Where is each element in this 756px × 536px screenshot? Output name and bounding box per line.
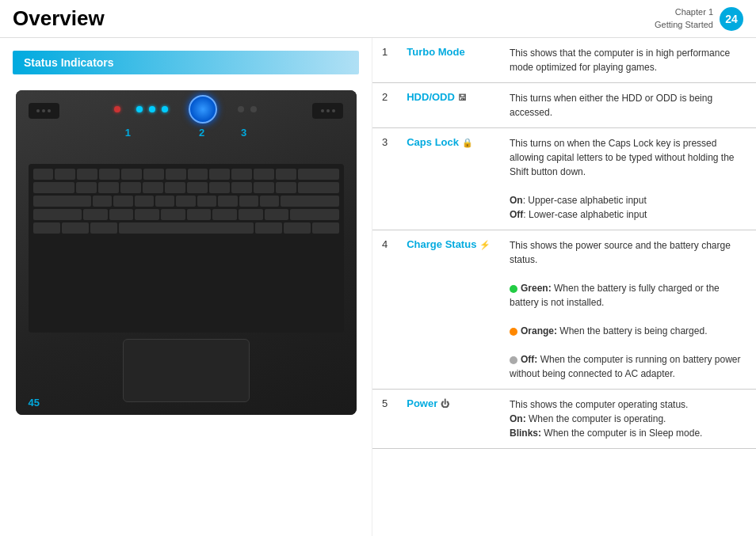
indicator-1 <box>114 106 120 112</box>
key <box>197 196 216 207</box>
speaker-dots-right <box>321 109 335 112</box>
indicator-lights <box>59 95 311 124</box>
key-row-5 <box>33 222 339 234</box>
indicator-2 <box>136 106 143 112</box>
row-desc: This shows that the computer is in high … <box>500 38 756 83</box>
key <box>62 222 89 234</box>
key <box>176 196 195 207</box>
annotations-overlay: 1 2 3 <box>29 127 344 140</box>
table-row: 2 HDD/ODD 🖫 This turns when either the H… <box>372 83 756 128</box>
page-header: Overview Chapter 1 Getting Started 24 <box>0 0 756 38</box>
key <box>143 182 163 193</box>
key <box>90 222 117 234</box>
key <box>276 182 296 193</box>
key <box>276 169 296 180</box>
speaker-dot <box>42 109 45 112</box>
key <box>298 182 339 193</box>
key <box>281 196 338 207</box>
row-desc: This shows the computer operating status… <box>500 390 756 449</box>
charge-icon: ⚡ <box>479 240 491 249</box>
section-title: Status Indicators <box>13 51 359 74</box>
indicator-5 <box>238 106 244 112</box>
speaker-dot <box>48 109 51 112</box>
capslock-icon: 🔒 <box>462 138 473 147</box>
row-label: Turbo Mode <box>397 38 500 83</box>
anno-num-3: 3 <box>241 127 246 139</box>
key <box>231 182 252 193</box>
key <box>120 182 141 193</box>
key <box>113 196 132 207</box>
key <box>33 169 54 180</box>
touchpad <box>123 339 250 402</box>
power-icon: ⏻ <box>441 399 449 409</box>
key <box>135 196 154 207</box>
hdd-icon: 🖫 <box>458 93 467 102</box>
speaker-dots-left <box>36 109 51 112</box>
bottom-annotations: 45 <box>29 397 40 409</box>
laptop-top-bar <box>29 100 344 122</box>
speaker-dot <box>321 109 324 112</box>
key <box>312 222 339 234</box>
key-row-1 <box>33 169 339 180</box>
key-row-4 <box>33 209 339 220</box>
row-desc: This turns on when the Caps Lock key is … <box>500 128 756 230</box>
key-row-3 <box>33 196 339 207</box>
key <box>99 169 120 180</box>
key <box>265 209 289 220</box>
row-num: 5 <box>372 390 397 449</box>
key <box>187 209 212 220</box>
key <box>209 169 230 180</box>
key <box>231 169 252 180</box>
keyboard <box>29 164 344 333</box>
key <box>209 182 230 193</box>
row-num: 3 <box>372 128 397 230</box>
key <box>239 209 263 220</box>
row-label: HDD/ODD 🖫 <box>397 83 500 128</box>
key <box>121 169 142 180</box>
indicator-4 <box>162 106 168 112</box>
key <box>165 182 185 193</box>
table-row: 5 Power ⏻ This shows the computer operat… <box>372 390 756 449</box>
anno-45: 45 <box>29 397 40 409</box>
key <box>212 209 237 220</box>
key <box>161 209 185 220</box>
gray-dot <box>510 356 517 364</box>
caps-on-label: On <box>510 195 523 206</box>
spacebar-key <box>119 222 254 234</box>
header-right: Chapter 1 Getting Started 24 <box>655 6 743 31</box>
speaker-left <box>29 103 60 119</box>
page-number: 24 <box>720 7 743 31</box>
key <box>135 209 159 220</box>
row-label: Power ⏻ <box>397 390 500 449</box>
info-table: 1 Turbo Mode This shows that the compute… <box>372 38 756 449</box>
row-desc: This turns when either the HDD or ODD is… <box>500 83 756 128</box>
indicator-6 <box>250 106 257 112</box>
laptop-body: 1 2 3 <box>16 90 357 415</box>
key <box>33 182 74 193</box>
key <box>83 209 108 220</box>
annotation-numbers: 1 2 3 <box>29 127 344 139</box>
caps-off-label: Off <box>510 209 523 220</box>
left-panel: Status Indicators <box>0 38 372 536</box>
key <box>255 222 282 234</box>
key <box>155 196 174 207</box>
speaker-dot <box>326 109 330 112</box>
key <box>33 209 82 220</box>
orange-dot <box>510 328 517 336</box>
table-row: 4 Charge Status ⚡ This shows the power s… <box>372 230 756 390</box>
key-row-2 <box>33 182 339 193</box>
key <box>33 222 60 234</box>
key <box>143 169 164 180</box>
anno-num-2: 2 <box>199 127 204 139</box>
main-content: Status Indicators <box>0 38 756 536</box>
key <box>187 182 208 193</box>
key <box>98 182 119 193</box>
key <box>284 222 311 234</box>
laptop-image: 1 2 3 <box>16 90 357 415</box>
row-label: Caps Lock 🔒 <box>397 128 500 230</box>
table-row: 1 Turbo Mode This shows that the compute… <box>372 38 756 83</box>
green-dot <box>510 285 517 293</box>
key <box>290 209 338 220</box>
right-panel: 1 Turbo Mode This shows that the compute… <box>372 38 756 536</box>
chapter-label: Chapter 1 <box>655 6 713 18</box>
